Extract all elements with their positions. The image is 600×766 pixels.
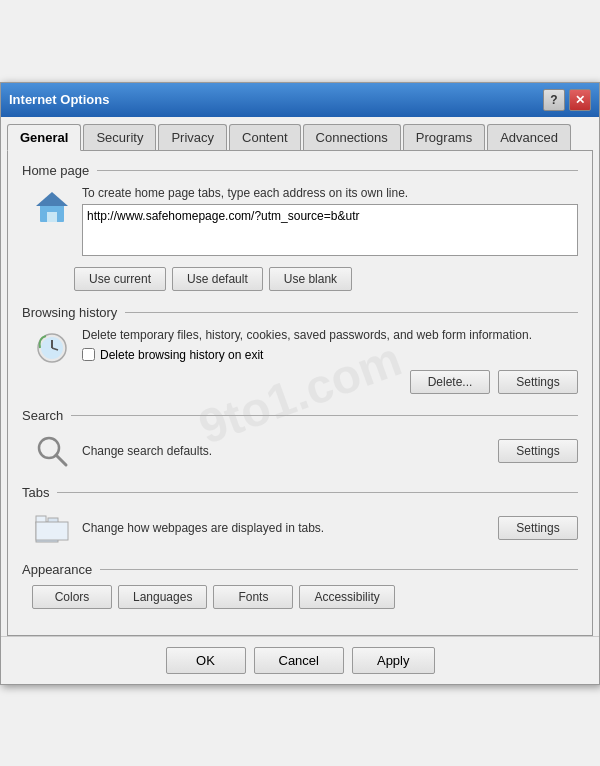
fonts-button[interactable]: Fonts — [213, 585, 293, 609]
close-button[interactable]: ✕ — [569, 89, 591, 111]
tabs-content: Change how webpages are displayed in tab… — [32, 508, 578, 548]
svg-rect-13 — [36, 522, 68, 540]
ok-button[interactable]: OK — [166, 647, 246, 674]
delete-button[interactable]: Delete... — [410, 370, 490, 394]
home-page-buttons: Use current Use default Use blank — [74, 267, 578, 291]
svg-rect-2 — [47, 212, 57, 222]
search-content: Change search defaults. Settings — [32, 431, 578, 471]
tab-advanced[interactable]: Advanced — [487, 124, 571, 151]
footer: OK Cancel Apply — [1, 636, 599, 684]
browsing-history-content: Delete temporary files, history, cookies… — [32, 328, 578, 394]
browsing-description: Delete temporary files, history, cookies… — [82, 328, 578, 342]
accessibility-button[interactable]: Accessibility — [299, 585, 394, 609]
browsing-history-buttons: Delete... Settings — [82, 370, 578, 394]
browsing-history-header: Browsing history — [22, 305, 578, 320]
search-icon — [32, 431, 72, 471]
appearance-header: Appearance — [22, 562, 578, 577]
home-page-description: To create home page tabs, type each addr… — [82, 186, 578, 200]
search-header: Search — [22, 408, 578, 423]
search-section: Search Change search defaults. Settings — [22, 408, 578, 471]
tab-general[interactable]: General — [7, 124, 81, 151]
tab-content[interactable]: Content — [229, 124, 301, 151]
browsing-settings-button[interactable]: Settings — [498, 370, 578, 394]
tabs-section: Tabs Change how webpages are displayed i… — [22, 485, 578, 548]
home-icon — [32, 186, 72, 226]
browsing-history-section: Browsing history Delete temporary files,… — [22, 305, 578, 394]
tab-security[interactable]: Security — [83, 124, 156, 151]
cancel-button[interactable]: Cancel — [254, 647, 344, 674]
tab-privacy[interactable]: Privacy — [158, 124, 227, 151]
use-current-button[interactable]: Use current — [74, 267, 166, 291]
svg-marker-1 — [36, 192, 68, 206]
internet-options-window: Internet Options ? ✕ General Security Pr… — [0, 82, 600, 685]
use-blank-button[interactable]: Use blank — [269, 267, 352, 291]
appearance-buttons: Colors Languages Fonts Accessibility — [32, 585, 578, 609]
home-page-section: Home page To create home page tabs, type… — [22, 163, 578, 291]
history-icon — [32, 328, 72, 368]
languages-button[interactable]: Languages — [118, 585, 207, 609]
window-title: Internet Options — [9, 92, 109, 107]
browsing-history-label: Browsing history — [22, 305, 117, 320]
tab-bar: General Security Privacy Content Connect… — [1, 117, 599, 150]
home-page-header: Home page — [22, 163, 578, 178]
tabs-icon — [32, 508, 72, 548]
help-button[interactable]: ? — [543, 89, 565, 111]
search-description: Change search defaults. — [82, 444, 488, 458]
tab-content-area: 9to1.com Home page To create home page t… — [7, 150, 593, 636]
tab-programs[interactable]: Programs — [403, 124, 485, 151]
home-page-right: To create home page tabs, type each addr… — [82, 186, 578, 259]
tabs-label: Tabs — [22, 485, 49, 500]
home-page-content: To create home page tabs, type each addr… — [32, 186, 578, 259]
search-label: Search — [22, 408, 63, 423]
title-bar: Internet Options ? ✕ — [1, 83, 599, 117]
tabs-settings-button[interactable]: Settings — [498, 516, 578, 540]
tab-connections[interactable]: Connections — [303, 124, 401, 151]
tabs-description: Change how webpages are displayed in tab… — [82, 521, 488, 535]
tabs-header: Tabs — [22, 485, 578, 500]
delete-on-exit-checkbox[interactable] — [82, 348, 95, 361]
search-settings-button[interactable]: Settings — [498, 439, 578, 463]
delete-on-exit-label: Delete browsing history on exit — [100, 348, 263, 362]
colors-button[interactable]: Colors — [32, 585, 112, 609]
browsing-right: Delete temporary files, history, cookies… — [82, 328, 578, 394]
apply-button[interactable]: Apply — [352, 647, 435, 674]
delete-on-exit-row: Delete browsing history on exit — [82, 348, 578, 362]
svg-line-9 — [56, 455, 66, 465]
appearance-section: Appearance Colors Languages Fonts Access… — [22, 562, 578, 609]
use-default-button[interactable]: Use default — [172, 267, 263, 291]
title-bar-controls: ? ✕ — [543, 89, 591, 111]
home-page-label: Home page — [22, 163, 89, 178]
home-page-url-input[interactable] — [82, 204, 578, 256]
appearance-label: Appearance — [22, 562, 92, 577]
